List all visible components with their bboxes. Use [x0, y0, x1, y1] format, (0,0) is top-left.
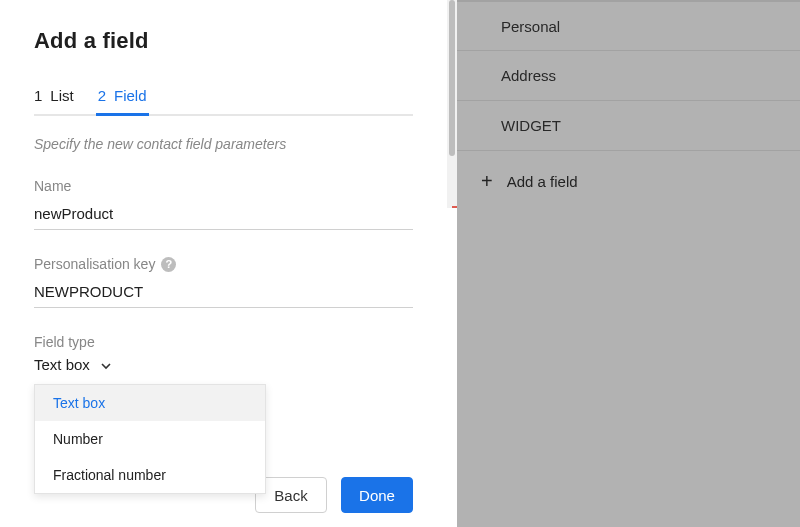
type-field-group: Field type Text box: [34, 334, 413, 373]
tab-number: 2: [98, 87, 106, 104]
dialog-tabs: 1 List 2 Field: [34, 82, 413, 116]
scrollbar-thumb[interactable]: [449, 0, 455, 156]
type-value: Text box: [34, 356, 90, 373]
type-option-fractional[interactable]: Fractional number: [35, 457, 265, 493]
done-button-label: Done: [359, 487, 395, 504]
name-field-group: Name: [34, 178, 413, 230]
chevron-down-icon: [100, 360, 112, 372]
tab-list[interactable]: 1 List: [34, 87, 74, 114]
tab-number: 1: [34, 87, 42, 104]
add-field-dialog: Add a field 1 List 2 Field Specify the n…: [0, 0, 447, 527]
type-option-number[interactable]: Number: [35, 421, 265, 457]
name-label: Name: [34, 178, 413, 194]
type-select[interactable]: Text box: [34, 356, 413, 373]
divider-marker: [452, 206, 457, 208]
dialog-form: Name Personalisation key ? Field type Te…: [34, 178, 413, 373]
option-label: Fractional number: [53, 467, 166, 483]
dialog-subtitle: Specify the new contact field parameters: [34, 136, 413, 152]
dialog-title: Add a field: [34, 28, 413, 54]
tab-label: Field: [114, 87, 147, 104]
key-label-text: Personalisation key: [34, 256, 155, 272]
type-label: Field type: [34, 334, 413, 350]
option-label: Number: [53, 431, 103, 447]
tab-field[interactable]: 2 Field: [98, 87, 147, 114]
key-label: Personalisation key ?: [34, 256, 413, 272]
name-input[interactable]: [34, 200, 413, 230]
type-option-textbox[interactable]: Text box: [35, 385, 265, 421]
help-icon[interactable]: ?: [161, 257, 176, 272]
key-input[interactable]: [34, 278, 413, 308]
type-dropdown: Text box Number Fractional number: [34, 384, 266, 494]
back-button-label: Back: [274, 487, 307, 504]
overlay-scrim: [457, 0, 800, 527]
key-field-group: Personalisation key ?: [34, 256, 413, 308]
tab-label: List: [50, 87, 73, 104]
option-label: Text box: [53, 395, 105, 411]
done-button[interactable]: Done: [341, 477, 413, 513]
